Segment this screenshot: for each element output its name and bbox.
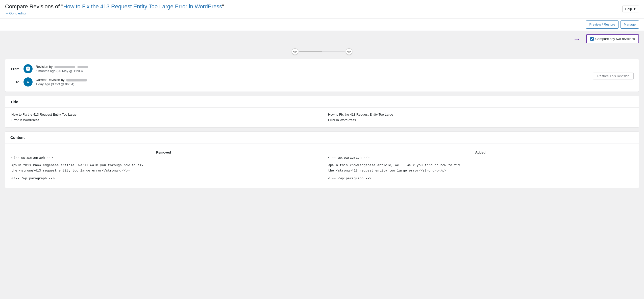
- to-revision-info: Current Revision by 1 day ago (3 Oct @ 0…: [36, 78, 588, 86]
- slider-fill: [299, 51, 322, 52]
- to-wp-icon: W: [23, 77, 33, 87]
- from-wp-icon: W: [23, 64, 33, 73]
- to-time-line: 1 day ago (3 Oct @ 06:04): [36, 82, 588, 86]
- right-line-1: <!-- wp:paragraph -->: [328, 155, 633, 161]
- title-left-text: How to Fix the 413 Request Entity Too La…: [11, 112, 316, 123]
- content-right-col: Added <!-- wp:paragraph --> <p>In this k…: [322, 143, 639, 188]
- svg-text:W: W: [27, 68, 29, 70]
- title-diff-columns: How to Fix the 413 Request Entity Too La…: [5, 108, 639, 127]
- revision-rows: From: W Revision by 5 months a: [10, 63, 588, 88]
- compare-checkbox-label: Compare any two revisions: [595, 37, 635, 41]
- compare-checkbox-row: → Compare any two revisions: [0, 31, 644, 44]
- from-author-name-blur: [55, 66, 75, 68]
- from-label: From:: [10, 67, 20, 71]
- heading-suffix: ": [222, 3, 224, 10]
- go-to-editor-link[interactable]: ← Go to editor: [5, 11, 224, 15]
- slider-track[interactable]: [299, 51, 345, 52]
- page-heading: Compare Revisions of "How to Fix the 413…: [5, 3, 224, 10]
- content-section: Content Removed <!-- wp:paragraph --> <p…: [5, 132, 639, 188]
- slider-section: ◄► ◄►: [0, 44, 644, 59]
- compare-checkbox-wrapper: → Compare any two revisions: [586, 34, 639, 43]
- post-title-link[interactable]: How to Fix the 413 Request Entity Too La…: [63, 3, 222, 10]
- to-label: To:: [10, 80, 20, 84]
- right-line-3: <!-- /wp:paragraph -->: [328, 176, 633, 181]
- title-section-heading: Title: [5, 96, 639, 108]
- action-buttons: Preview / Restore Manage: [586, 20, 639, 29]
- content-diff-columns: Removed <!-- wp:paragraph --> <p>In this…: [5, 143, 639, 188]
- comparison-bar: From: W Revision by 5 months a: [5, 59, 639, 92]
- title-section: Title How to Fix the 413 Request Entity …: [5, 96, 639, 127]
- main-content: Title How to Fix the 413 Request Entity …: [5, 96, 639, 188]
- help-button[interactable]: Help ▼: [622, 6, 639, 12]
- content-left-code: <!-- wp:paragraph --> <p>In this knowled…: [11, 155, 316, 181]
- slider-right-thumb[interactable]: ◄►: [346, 48, 352, 55]
- preview-restore-button[interactable]: Preview / Restore: [586, 20, 618, 29]
- help-label: Help: [625, 7, 632, 11]
- to-revision-prefix: Current Revision by: [36, 78, 64, 82]
- slider-left-thumb[interactable]: ◄►: [292, 48, 298, 55]
- title-right-text: How to Fix the 413 Request Entity Too La…: [328, 112, 633, 123]
- from-author-line: Revision by: [36, 65, 588, 69]
- compare-arrow-icon: →: [573, 35, 581, 43]
- content-section-heading: Content: [5, 132, 639, 143]
- top-bar-right: Help ▼: [622, 6, 639, 12]
- compare-any-two-label[interactable]: Compare any two revisions: [586, 34, 639, 43]
- action-bar: Preview / Restore Manage: [0, 18, 644, 31]
- restore-btn-row: Restore This Revision: [588, 73, 634, 79]
- right-line-2: <p>In this knowledgebase article, we'll …: [328, 163, 633, 174]
- content-left-col: Removed <!-- wp:paragraph --> <p>In this…: [5, 143, 322, 188]
- slider-wrapper: ◄► ◄►: [292, 48, 352, 55]
- title-right-col: How to Fix the 413 Request Entity Too La…: [322, 108, 639, 127]
- content-right-code: <!-- wp:paragraph --> <p>In this knowled…: [328, 155, 633, 181]
- to-author-name-blur: [66, 79, 87, 81]
- to-revision-row: To: W Current Revision by 1 day ago (3 O…: [10, 76, 588, 88]
- manage-button[interactable]: Manage: [621, 20, 639, 29]
- from-revision-info: Revision by 5 months ago (20 May @ 11:03…: [36, 65, 588, 73]
- added-header: Added: [328, 147, 633, 155]
- from-revision-prefix: Revision by: [36, 65, 53, 69]
- from-author-name-blur2: [78, 66, 88, 68]
- to-author-line: Current Revision by: [36, 78, 588, 82]
- comparison-bar-inner: From: W Revision by 5 months a: [10, 63, 634, 88]
- left-line-2: <p>In this knowledgebase article, we'll …: [11, 163, 316, 174]
- svg-text:W: W: [27, 81, 29, 83]
- restore-this-revision-button[interactable]: Restore This Revision: [593, 73, 634, 79]
- left-line-3: <!-- /wp:paragraph -->: [11, 176, 316, 181]
- left-line-1: <!-- wp:paragraph -->: [11, 155, 316, 161]
- top-bar: Compare Revisions of "How to Fix the 413…: [0, 0, 644, 18]
- top-bar-left: Compare Revisions of "How to Fix the 413…: [5, 3, 224, 15]
- heading-prefix: Compare Revisions of ": [5, 3, 63, 10]
- from-time-line: 5 months ago (20 May @ 11:03): [36, 69, 588, 73]
- title-left-col: How to Fix the 413 Request Entity Too La…: [5, 108, 322, 127]
- removed-header: Removed: [11, 147, 316, 155]
- help-chevron: ▼: [633, 7, 636, 11]
- from-revision-row: From: W Revision by 5 months a: [10, 63, 588, 74]
- compare-checkbox[interactable]: [590, 37, 594, 41]
